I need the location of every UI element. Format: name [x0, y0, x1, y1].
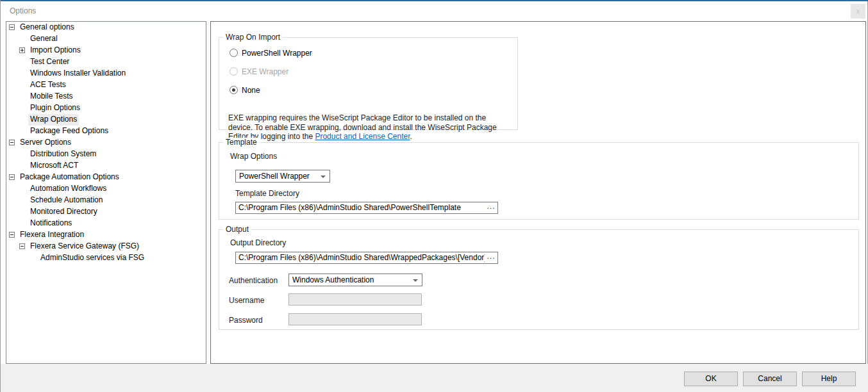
- title-bar: Options x: [1, 1, 867, 20]
- tree-item-general[interactable]: General: [6, 33, 206, 45]
- browse-button[interactable]: ...: [485, 252, 497, 263]
- options-dialog: Options x General optionsGeneralImport O…: [0, 0, 868, 392]
- tree-item-general-options[interactable]: General options: [6, 22, 206, 33]
- tree-item-package-feed-options[interactable]: Package Feed Options: [6, 126, 206, 137]
- tree-item-distribution-system[interactable]: Distribution System: [6, 149, 206, 160]
- radio-powershell-wrapper[interactable]: PowerShell Wrapper: [230, 48, 312, 57]
- tree-item-label[interactable]: AdminStudio services via FSG: [38, 252, 146, 264]
- dialog-footer: OK Cancel Help: [1, 364, 868, 392]
- radio-icon[interactable]: [230, 86, 238, 94]
- username-field: [288, 293, 422, 306]
- authentication-value: Windows Authentication: [292, 275, 374, 284]
- collapse-icon[interactable]: [9, 232, 15, 238]
- chevron-down-icon: [413, 279, 418, 282]
- expand-icon[interactable]: [19, 47, 25, 53]
- tree-item-mobile-tests[interactable]: Mobile Tests: [6, 91, 206, 102]
- tree-item-label[interactable]: Plugin Options: [28, 102, 82, 114]
- tree-item-flexera-integration[interactable]: Flexera Integration: [6, 229, 206, 241]
- tree-item-label[interactable]: Import Options: [28, 45, 83, 56]
- tree-item-automation-workflows[interactable]: Automation Workflows: [6, 183, 206, 195]
- output-directory-label: Output Directory: [230, 238, 286, 247]
- tree-item-schedule-automation[interactable]: Schedule Automation: [6, 195, 206, 206]
- tree-item-label[interactable]: Schedule Automation: [28, 195, 104, 206]
- wrap-options-dropdown[interactable]: PowerShell Wrapper: [235, 170, 330, 183]
- ok-button[interactable]: OK: [684, 372, 738, 386]
- output-group: Output Output Directory C:\Program Files…: [219, 229, 859, 330]
- wrap-on-import-title: Wrap On Import: [223, 33, 283, 42]
- tree-item-label[interactable]: Flexera Service Gateway (FSG): [28, 241, 141, 252]
- tree-item-label[interactable]: Package Automation Options: [18, 172, 121, 183]
- tree-item-microsoft-act[interactable]: Microsoft ACT: [6, 160, 206, 172]
- tree-item-plugin-options[interactable]: Plugin Options: [6, 102, 206, 114]
- tree-item-package-automation-options[interactable]: Package Automation Options: [6, 172, 206, 183]
- product-license-center-link[interactable]: Product and License Center: [315, 132, 410, 141]
- tree-item-label[interactable]: Wrap Options: [28, 114, 79, 126]
- password-field: [288, 313, 422, 325]
- tree-item-import-options[interactable]: Import Options: [6, 45, 206, 56]
- collapse-icon[interactable]: [19, 243, 25, 249]
- tree-item-label[interactable]: Monitored Directory: [28, 206, 99, 218]
- template-directory-value: C:\Program Files (x86)\AdminStudio Share…: [238, 203, 461, 212]
- tree-item-label[interactable]: Microsoft ACT: [28, 160, 80, 172]
- output-directory-field[interactable]: C:\Program Files (x86)\AdminStudio Share…: [235, 252, 498, 264]
- radio-label: PowerShell Wrapper: [242, 49, 312, 58]
- tree-item-server-options[interactable]: Server Options: [6, 137, 206, 149]
- radio-icon[interactable]: [230, 49, 238, 57]
- tree-item-ace-tests[interactable]: ACE Tests: [6, 79, 206, 91]
- tree-item-label[interactable]: Automation Workflows: [28, 183, 108, 195]
- tree-item-label[interactable]: Windows Installer Validation: [28, 68, 128, 79]
- radio-exe-wrapper: EXE Wrapper: [230, 67, 288, 76]
- template-directory-field[interactable]: C:\Program Files (x86)\AdminStudio Share…: [235, 202, 498, 214]
- wrap-on-import-group: Wrap On Import PowerShell Wrapper EXE Wr…: [219, 37, 518, 130]
- password-label: Password: [229, 316, 263, 325]
- description-period: .: [410, 132, 412, 141]
- collapse-icon[interactable]: [9, 24, 15, 30]
- tree-item-label[interactable]: Distribution System: [28, 149, 98, 160]
- template-group: Template Wrap Options PowerShell Wrapper…: [219, 142, 859, 220]
- cancel-button[interactable]: Cancel: [743, 372, 797, 386]
- tree-item-label[interactable]: Package Feed Options: [28, 126, 110, 137]
- output-title: Output: [223, 225, 251, 234]
- username-label: Username: [229, 296, 264, 305]
- close-icon[interactable]: x: [851, 4, 865, 19]
- tree-item-label[interactable]: Mobile Tests: [28, 91, 74, 102]
- radio-label: EXE Wrapper: [242, 67, 288, 76]
- wrap-options-value: PowerShell Wrapper: [239, 172, 310, 181]
- wrap-options-label: Wrap Options: [230, 152, 277, 161]
- tree-item-notifications[interactable]: Notifications: [6, 218, 206, 229]
- settings-panel: Wrap On Import PowerShell Wrapper EXE Wr…: [210, 21, 866, 364]
- tree-item-label[interactable]: General options: [18, 22, 76, 33]
- tree-item-windows-installer-validation[interactable]: Windows Installer Validation: [6, 68, 206, 79]
- tree-item-label[interactable]: ACE Tests: [28, 79, 68, 91]
- chevron-down-icon: [321, 176, 326, 178]
- radio-none[interactable]: None: [230, 85, 260, 94]
- tree-item-label[interactable]: Server Options: [18, 137, 73, 149]
- authentication-dropdown[interactable]: Windows Authentication: [288, 274, 422, 286]
- authentication-label: Authentication: [229, 276, 278, 285]
- tree-item-label[interactable]: General: [28, 33, 60, 45]
- window-title: Options: [10, 6, 36, 15]
- tree-item-label[interactable]: Notifications: [28, 218, 74, 229]
- tree-item-wrap-options[interactable]: Wrap Options: [6, 114, 206, 126]
- template-title: Template: [223, 138, 260, 147]
- output-directory-value: C:\Program Files (x86)\AdminStudio Share…: [238, 253, 498, 262]
- exe-wrapping-description: EXE wrapping requires the WiseScript Pac…: [228, 113, 512, 142]
- tree-item-monitored-directory[interactable]: Monitored Directory: [6, 206, 206, 218]
- tree-item-label[interactable]: Test Center: [28, 56, 71, 68]
- template-directory-label: Template Directory: [235, 189, 299, 198]
- tree-item-label[interactable]: Flexera Integration: [18, 229, 86, 241]
- tree-item-adminstudio-services-via-fsg[interactable]: AdminStudio services via FSG: [6, 252, 206, 264]
- collapse-icon[interactable]: [9, 174, 15, 180]
- collapse-icon[interactable]: [9, 140, 15, 145]
- radio-label: None: [242, 86, 260, 95]
- tree-item-test-center[interactable]: Test Center: [6, 56, 206, 68]
- tree-item-flexera-service-gateway-fsg[interactable]: Flexera Service Gateway (FSG): [6, 241, 206, 252]
- help-button[interactable]: Help: [802, 372, 856, 386]
- browse-button[interactable]: ...: [485, 202, 497, 213]
- options-tree[interactable]: General optionsGeneralImport OptionsTest…: [6, 21, 206, 364]
- radio-icon: [230, 67, 238, 76]
